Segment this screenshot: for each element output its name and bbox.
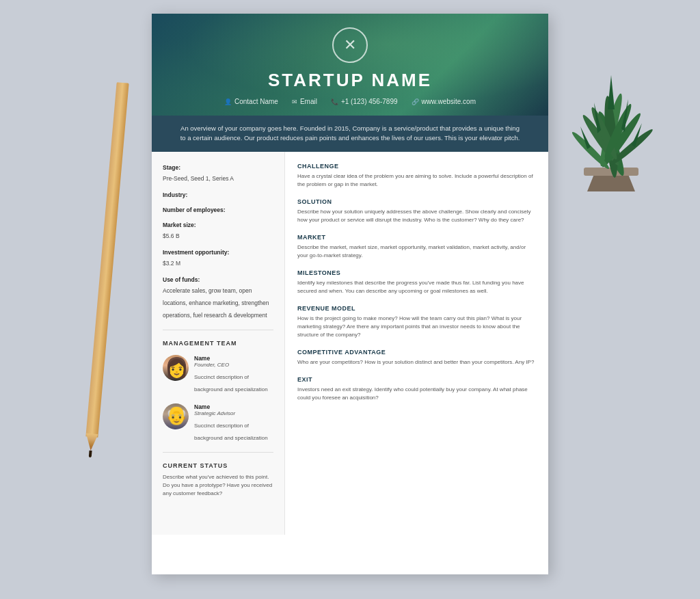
divider-2 [163,452,273,453]
pencil-tip [89,451,92,457]
funds-label: Use of funds: [163,276,273,283]
milestones-body: Identify key milestones that describe th… [297,279,536,295]
investment-value: $3.2 M [163,260,180,267]
website-label: www.website.com [422,98,476,105]
market-value: $5.6 B [163,232,180,239]
logo-circle: ✕ [332,27,368,63]
exit-body: Investors need an exit strategy. Identif… [297,386,536,402]
member-2-desc: Succinct description of background and s… [194,423,268,441]
challenge-body: Have a crystal clear idea of the problem… [297,172,536,189]
team-member-1: Name Founder, CEO Succinct description o… [163,355,273,394]
contact-name-item: 👤 Contact Name [224,98,278,105]
svg-marker-11 [608,75,615,109]
member-1-info: Name Founder, CEO Succinct description o… [194,355,273,394]
team-member-2: Name Strategic Advisor Succinct descript… [163,403,273,442]
summary-bar: An overview of your company goes here. F… [152,116,548,152]
funds-value: Accelerate sales, grow team, open locati… [163,287,269,319]
milestones-section: MILESTONES Identify key milestones that … [297,269,536,295]
stage-label: Stage: [163,164,273,171]
market-item: Market size: $5.6 B [163,222,273,241]
challenge-section: CHALLENGE Have a crystal clear idea of t… [297,163,536,189]
document: ✕ STARTUP NAME 👤 Contact Name ✉ Email 📞 … [152,14,548,574]
startup-name: STARTUP NAME [165,70,535,91]
funds-item: Use of funds: Accelerate sales, grow tea… [163,276,273,320]
right-column: CHALLENGE Have a crystal clear idea of t… [285,152,548,535]
competitive-body: Who are your competitors? How is your so… [297,358,536,367]
member-1-title: Founder, CEO [194,362,273,368]
svg-marker-0 [587,174,635,191]
divider-1 [163,330,273,330]
member-2-title: Strategic Advisor [194,410,273,416]
email-icon: ✉ [292,98,297,105]
member-1-name: Name [194,355,273,362]
email-label: Email [300,98,317,105]
market-title: MARKET [297,234,536,241]
milestones-title: MILESTONES [297,269,536,276]
market-body: Describe the market, market size, market… [297,243,536,260]
stage-item: Stage: Pre-Seed, Seed 1, Series A [163,164,273,183]
logo-icon: ✕ [344,38,356,53]
left-column: Stage: Pre-Seed, Seed 1, Series A Indust… [152,152,285,535]
document-body: Stage: Pre-Seed, Seed 1, Series A Indust… [152,152,548,535]
member-1-desc: Succinct description of background and s… [194,374,268,392]
industry-item: Industry: [163,191,273,198]
member-2-info: Name Strategic Advisor Succinct descript… [194,403,273,442]
solution-body: Describe how your solution uniquely addr… [297,208,536,224]
phone-icon: 📞 [331,98,338,105]
document-header: ✕ STARTUP NAME 👤 Contact Name ✉ Email 📞 … [152,14,548,116]
web-icon: 🔗 [412,98,419,105]
employees-item: Number of employees: [163,207,273,213]
email-item: ✉ Email [292,98,317,105]
industry-label: Industry: [163,191,273,198]
competitive-title: COMPETITIVE ADVANTAGE [297,349,536,356]
revenue-body: How is the project going to make money? … [297,315,536,339]
solution-section: SOLUTION Describe how your solution uniq… [297,198,536,224]
person-icon: 👤 [224,98,232,105]
pencil-decoration [85,82,129,438]
revenue-section: REVENUE MODEL How is the project going t… [297,305,536,339]
page-background: ✕ STARTUP NAME 👤 Contact Name ✉ Email 📞 … [0,0,700,599]
avatar-member-1 [163,355,189,381]
website-item: 🔗 www.website.com [412,98,476,105]
contact-name-label: Contact Name [234,98,278,105]
plant-decoration [563,21,659,191]
status-text: Describe what you've achieved to this po… [163,473,273,498]
market-label: Market size: [163,222,273,228]
member-2-name: Name [194,403,273,410]
summary-text: An overview of your company goes here. F… [179,124,521,144]
investment-label: Investment opportunity: [163,249,273,256]
plant-svg [563,21,659,191]
exit-title: EXIT [297,376,536,383]
phone-label: +1 (123) 456-7899 [341,98,398,105]
revenue-title: REVENUE MODEL [297,305,536,312]
mgmt-title: MANAGEMENT TEAM [163,340,273,347]
contact-bar: 👤 Contact Name ✉ Email 📞 +1 (123) 456-78… [165,98,535,105]
challenge-title: CHALLENGE [297,163,536,170]
employees-label: Number of employees: [163,207,273,213]
investment-item: Investment opportunity: $3.2 M [163,249,273,268]
exit-section: EXIT Investors need an exit strategy. Id… [297,376,536,402]
avatar-member-2 [163,403,189,429]
solution-title: SOLUTION [297,198,536,205]
competitive-section: COMPETITIVE ADVANTAGE Who are your compe… [297,349,536,367]
stage-value: Pre-Seed, Seed 1, Series A [163,175,234,182]
phone-item: 📞 +1 (123) 456-7899 [331,98,398,105]
status-title: CURRENT STATUS [163,462,273,469]
market-section: MARKET Describe the market, market size,… [297,234,536,260]
